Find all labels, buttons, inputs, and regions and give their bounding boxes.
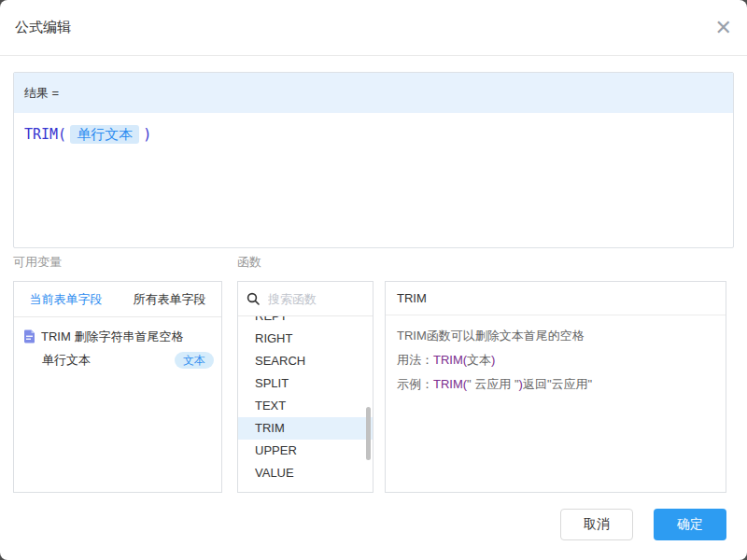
- search-icon: [247, 292, 260, 305]
- tab-variables-1[interactable]: 所有表单字段: [118, 282, 221, 316]
- function-list-viewport: REPTRIGHTSEARCHSPLITTEXTTRIMUPPERVALUE: [238, 316, 373, 492]
- detail-line-0: TRIM函数可以删除文本首尾的空格: [397, 324, 714, 348]
- formula-code-text: TRIM(: [24, 126, 66, 143]
- detail-text-segment: " 云应用 ": [467, 377, 518, 391]
- document-icon: [23, 329, 35, 343]
- close-icon[interactable]: ✕: [715, 18, 732, 38]
- variable-label: 单行文本: [42, 352, 91, 369]
- functions-panel: REPTRIGHTSEARCHSPLITTEXTTRIMUPPERVALUE: [237, 281, 374, 493]
- variable-item[interactable]: 单行文本文本: [14, 348, 221, 371]
- function-item-text[interactable]: TEXT: [238, 395, 373, 417]
- function-item-upper[interactable]: UPPER: [238, 440, 373, 462]
- detail-line-2: 示例：TRIM(" 云应用 ")返回"云应用": [397, 372, 714, 397]
- search-input[interactable]: [266, 291, 364, 307]
- variables-section-label: 可用变量: [13, 254, 62, 271]
- formula-edit-dialog: 公式编辑 ✕ 结果 = TRIM(单行文本) 可用变量 函数 当前表单字段所有表…: [0, 0, 747, 560]
- result-label: 结果 =: [24, 85, 59, 102]
- variable-label: TRIM 删除字符串首尾空格: [41, 329, 183, 345]
- detail-text-segment: 返回: [523, 377, 547, 391]
- function-list: REPTRIGHTSEARCHSPLITTEXTTRIMUPPERVALUE: [238, 316, 373, 484]
- function-item-search[interactable]: SEARCH: [238, 350, 373, 372]
- variables-panel: 当前表单字段所有表单字段 TRIM 删除字符串首尾空格单行文本文本: [13, 281, 222, 493]
- function-search-row: [238, 282, 373, 316]
- formula-editor: 结果 = TRIM(单行文本): [13, 72, 734, 248]
- formula-code-text: ): [143, 126, 151, 143]
- detail-text-segment: TRIM函数可以删除文本首尾的空格: [397, 329, 585, 343]
- detail-text-segment: 示例：: [397, 377, 433, 391]
- function-detail-title: TRIM: [386, 282, 726, 315]
- dialog-title: 公式编辑: [15, 19, 71, 36]
- detail-text-segment: 用法：: [397, 353, 433, 367]
- dialog-titlebar: 公式编辑 ✕: [0, 0, 747, 56]
- function-detail-panel: TRIM TRIM函数可以删除文本首尾的空格用法：TRIM(文本)示例：TRIM…: [385, 281, 726, 493]
- scrollbar-thumb[interactable]: [366, 407, 371, 460]
- confirm-button[interactable]: 确定: [654, 509, 726, 540]
- function-item-right[interactable]: RIGHT: [238, 328, 373, 350]
- cancel-button[interactable]: 取消: [560, 509, 633, 540]
- function-item-rept[interactable]: REPT: [238, 316, 373, 328]
- variable-item[interactable]: TRIM 删除字符串首尾空格: [14, 325, 221, 348]
- tab-variables-0[interactable]: 当前表单字段: [14, 282, 118, 316]
- detail-text-segment: 文本: [467, 353, 491, 367]
- detail-text-segment: TRIM(: [433, 377, 467, 391]
- detail-text-segment: TRIM(: [433, 353, 467, 367]
- variables-tabs: 当前表单字段所有表单字段: [14, 282, 221, 317]
- detail-text-segment: "云应用": [547, 377, 592, 391]
- result-header: 结果 =: [14, 73, 733, 113]
- detail-line-1: 用法：TRIM(文本): [397, 348, 714, 372]
- function-item-split[interactable]: SPLIT: [238, 372, 373, 395]
- function-item-value[interactable]: VALUE: [238, 462, 373, 484]
- function-item-trim[interactable]: TRIM: [238, 417, 373, 440]
- functions-section-label: 函数: [237, 254, 261, 271]
- field-type-badge: 文本: [175, 352, 214, 369]
- formula-field-token[interactable]: 单行文本: [70, 125, 139, 144]
- detail-text-segment: ): [491, 353, 495, 367]
- function-detail-body: TRIM函数可以删除文本首尾的空格用法：TRIM(文本)示例：TRIM(" 云应…: [386, 315, 726, 405]
- variables-list: TRIM 删除字符串首尾空格单行文本文本: [14, 317, 221, 371]
- formula-input-area[interactable]: TRIM(单行文本): [14, 113, 733, 156]
